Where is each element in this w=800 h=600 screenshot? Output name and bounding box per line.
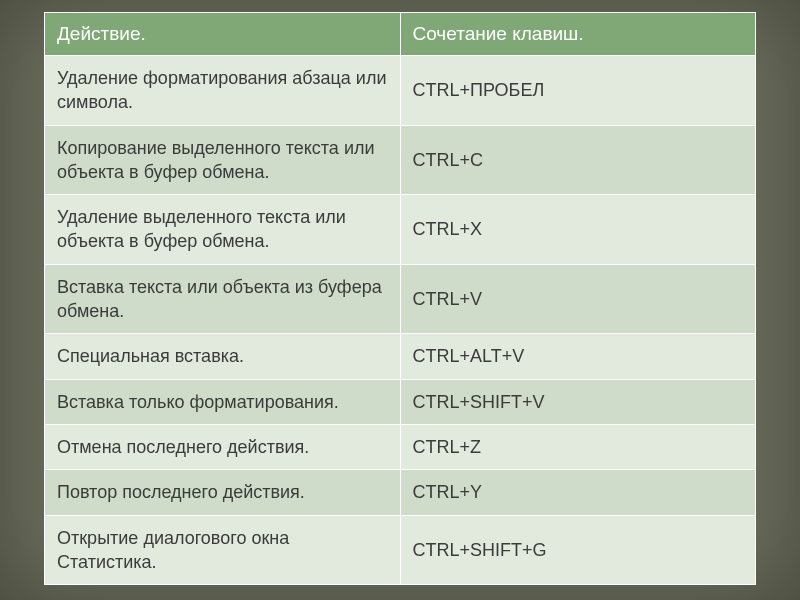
table-row: Отмена последнего действия. CTRL+Z bbox=[45, 424, 756, 469]
cell-shortcut: CTRL+Y bbox=[400, 470, 756, 515]
cell-shortcut: CTRL+SHIFT+V bbox=[400, 379, 756, 424]
table-row: Удаление выделенного текста или объекта … bbox=[45, 195, 756, 265]
header-shortcut: Сочетание клавиш. bbox=[400, 13, 756, 56]
cell-action: Вставка текста или объекта из буфера обм… bbox=[45, 264, 401, 334]
cell-shortcut: CTRL+V bbox=[400, 264, 756, 334]
cell-action: Удаление форматирования абзаца или симво… bbox=[45, 56, 401, 126]
table-row: Вставка только форматирования. CTRL+SHIF… bbox=[45, 379, 756, 424]
table-row: Удаление форматирования абзаца или симво… bbox=[45, 56, 756, 126]
table-row: Специальная вставка. CTRL+ALT+V bbox=[45, 334, 756, 379]
table-row: Повтор последнего действия. CTRL+Y bbox=[45, 470, 756, 515]
cell-shortcut: CTRL+X bbox=[400, 195, 756, 265]
header-action: Действие. bbox=[45, 13, 401, 56]
cell-shortcut: CTRL+Z bbox=[400, 424, 756, 469]
table-row: Вставка текста или объекта из буфера обм… bbox=[45, 264, 756, 334]
cell-action: Копирование выделенного текста или объек… bbox=[45, 125, 401, 195]
cell-action: Специальная вставка. bbox=[45, 334, 401, 379]
cell-action: Отмена последнего действия. bbox=[45, 424, 401, 469]
shortcuts-table: Действие. Сочетание клавиш. Удаление фор… bbox=[44, 12, 756, 585]
cell-action: Вставка только форматирования. bbox=[45, 379, 401, 424]
table-row: Открытие диалогового окна Статистика. CT… bbox=[45, 515, 756, 585]
cell-shortcut: CTRL+SHIFT+G bbox=[400, 515, 756, 585]
cell-shortcut: CTRL+C bbox=[400, 125, 756, 195]
cell-action: Удаление выделенного текста или объекта … bbox=[45, 195, 401, 265]
cell-action: Повтор последнего действия. bbox=[45, 470, 401, 515]
table-header-row: Действие. Сочетание клавиш. bbox=[45, 13, 756, 56]
cell-shortcut: CTRL+ПРОБЕЛ bbox=[400, 56, 756, 126]
cell-action: Открытие диалогового окна Статистика. bbox=[45, 515, 401, 585]
cell-shortcut: CTRL+ALT+V bbox=[400, 334, 756, 379]
table-row: Копирование выделенного текста или объек… bbox=[45, 125, 756, 195]
